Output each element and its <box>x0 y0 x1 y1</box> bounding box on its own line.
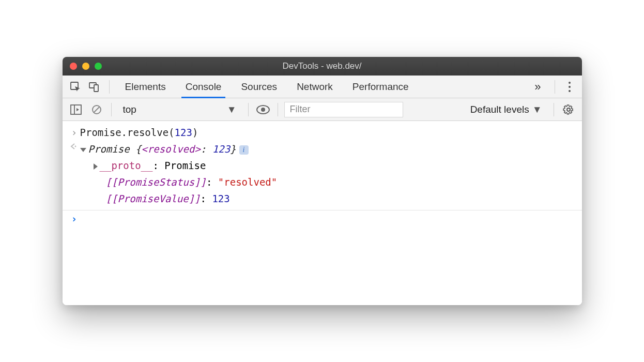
toggle-device-toolbar-icon[interactable] <box>85 78 103 96</box>
log-levels-selector[interactable]: Default levels ▼ <box>465 104 547 115</box>
svg-marker-5 <box>76 108 79 111</box>
separator <box>111 103 112 116</box>
live-expression-icon[interactable] <box>255 101 271 118</box>
disclosure-triangle-icon[interactable] <box>94 163 98 170</box>
tab-console[interactable]: Console <box>176 76 231 98</box>
separator <box>248 103 249 116</box>
context-label: top <box>123 104 136 115</box>
console-settings-icon[interactable] <box>560 101 577 118</box>
title-bar: DevTools - web.dev/ <box>63 57 582 76</box>
devtools-window: DevTools - web.dev/ Elements Console Sou… <box>63 57 582 305</box>
chevron-down-icon: ▼ <box>532 104 542 115</box>
separator <box>555 80 555 94</box>
info-icon[interactable]: i <box>239 145 249 155</box>
zoom-window-button[interactable] <box>95 63 102 70</box>
inspect-element-icon[interactable] <box>67 78 84 96</box>
console-input-line: › Promise.resolve(123) <box>63 124 582 141</box>
result-summary[interactable]: Promise {<resolved>: 123}i <box>80 142 249 156</box>
filter-placeholder: Filter <box>290 104 311 115</box>
svg-point-10 <box>74 146 76 147</box>
svg-line-7 <box>94 107 99 112</box>
console-input-code: Promise.resolve(123) <box>80 125 198 140</box>
svg-point-9 <box>261 108 265 112</box>
svg-rect-2 <box>94 85 98 92</box>
separator <box>109 80 110 94</box>
tab-sources[interactable]: Sources <box>232 76 286 98</box>
svg-rect-3 <box>71 105 81 114</box>
promise-value-line: [[PromiseValue]]: 123 <box>63 190 582 207</box>
disclosure-triangle-icon[interactable] <box>80 148 86 152</box>
tab-elements[interactable]: Elements <box>116 76 175 98</box>
promise-status-line: [[PromiseStatus]]: "resolved" <box>63 174 582 190</box>
traffic-lights <box>63 63 102 70</box>
tab-network[interactable]: Network <box>287 76 342 98</box>
console-result-line[interactable]: Promise {<resolved>: 123}i <box>63 141 582 157</box>
input-prompt-icon: › <box>69 125 80 140</box>
console-prompt-line[interactable]: › <box>63 210 582 227</box>
devtools-menu-button[interactable] <box>561 82 578 92</box>
output-prompt-icon <box>69 142 80 151</box>
separator <box>554 103 554 116</box>
levels-label: Default levels <box>470 104 529 115</box>
close-window-button[interactable] <box>70 63 77 70</box>
execution-context-selector[interactable]: top ▼ <box>118 101 242 118</box>
tab-performance[interactable]: Performance <box>343 76 418 98</box>
filter-input[interactable]: Filter <box>284 102 403 117</box>
console-body: › Promise.resolve(123) Promise {<resolve… <box>63 121 582 305</box>
prompt-icon: › <box>69 212 80 226</box>
clear-console-icon[interactable] <box>88 101 105 118</box>
console-toolbar: top ▼ Filter Default levels ▼ <box>63 98 582 121</box>
toggle-console-sidebar-icon[interactable] <box>68 101 84 118</box>
more-tabs-button[interactable]: » <box>527 80 548 94</box>
proto-line[interactable]: __proto__: Promise <box>63 157 582 174</box>
devtools-tab-bar: Elements Console Sources Network Perform… <box>63 76 582 98</box>
window-title: DevTools - web.dev/ <box>63 61 582 71</box>
minimize-window-button[interactable] <box>82 63 89 70</box>
chevron-down-icon: ▼ <box>227 104 237 115</box>
separator <box>278 103 278 116</box>
